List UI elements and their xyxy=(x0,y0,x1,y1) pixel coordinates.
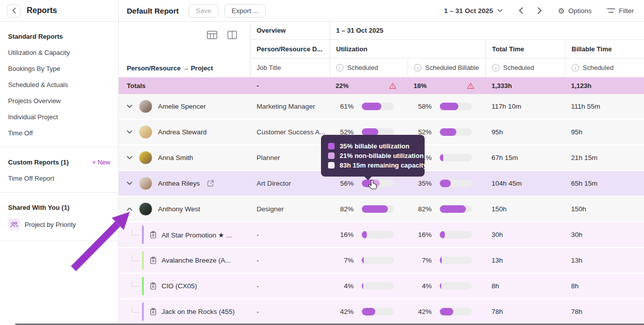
totals-scheduled-billable-value: 18% xyxy=(414,82,427,90)
clipboard-icon xyxy=(150,282,156,290)
project-color-bar xyxy=(142,277,144,295)
total-time-cell: 104h 45m xyxy=(486,171,565,196)
tooltip-non-billable-text: 21% non-billable utilization xyxy=(340,152,424,159)
chevron-down-icon[interactable] xyxy=(127,130,133,134)
export-button[interactable]: Export ... xyxy=(224,4,266,18)
scheduled-billable-percent: 35% xyxy=(414,180,432,187)
billable-swatch xyxy=(328,143,335,149)
chevron-down-icon[interactable] xyxy=(127,156,133,159)
table-row-expanded[interactable]: Anthony West Designer 82% 82% 150h 150h xyxy=(119,197,644,222)
sidebar-item-projects-overview[interactable]: Projects Overview xyxy=(8,97,110,105)
total-time-cell: 30h xyxy=(486,222,565,247)
group-header-total-time: Total Time xyxy=(486,40,565,58)
options-button[interactable]: ⚙ Options xyxy=(558,7,592,15)
next-period-button[interactable] xyxy=(536,6,543,15)
project-name: CIO (CX05) xyxy=(162,282,197,290)
sidebar-item-time-off-report[interactable]: Time Off Report xyxy=(8,175,110,182)
project-row[interactable]: CIO (CX05) - 4% 4% 8h 8h xyxy=(119,274,644,299)
new-report-button[interactable]: + New xyxy=(92,159,110,166)
utilization-bar[interactable] xyxy=(362,205,394,213)
totals-job-title: - xyxy=(251,77,330,94)
column-header-billable-scheduled[interactable]: Scheduled xyxy=(565,58,644,77)
tree-connector xyxy=(132,306,139,312)
totals-scheduled-billable-cell: 18% xyxy=(408,77,486,94)
person-name: Anthea Rileys xyxy=(158,180,200,187)
date-range-value: 1 – 31 Oct 2025 xyxy=(444,7,493,15)
project-row[interactable]: Avalanche Breeze (A... - 7% 7% 13h 13h xyxy=(119,248,644,274)
date-range-selector[interactable]: 1 – 31 Oct 2025 xyxy=(444,7,503,15)
sidebar-item-project-by-priority[interactable]: Project by Priority xyxy=(8,218,110,230)
sidebar-item-bookings-by-type[interactable]: Bookings By Type xyxy=(8,65,110,72)
utilization-bar[interactable] xyxy=(440,308,472,315)
utilization-bar[interactable] xyxy=(440,257,472,264)
chevron-down-icon[interactable] xyxy=(127,105,133,108)
project-row[interactable]: Jack on the Rocks (455) - 42% 42% 78h 78… xyxy=(119,299,644,325)
back-button[interactable] xyxy=(7,4,21,18)
warning-icon xyxy=(467,83,474,89)
utilization-bar[interactable] xyxy=(440,103,472,110)
filter-button[interactable]: Filter xyxy=(607,7,634,15)
report-app: Reports Standard Reports Utilization & C… xyxy=(0,0,644,325)
people-icon xyxy=(8,218,20,230)
filter-label: Filter xyxy=(619,7,634,15)
scheduled-billable-percent: 58% xyxy=(414,103,432,110)
totals-billable-time: 1,123h xyxy=(565,77,644,94)
report-toolbar: Default Report Save Export ... 1 – 31 Oc… xyxy=(119,0,644,22)
info-icon xyxy=(572,64,579,71)
utilization-bar[interactable] xyxy=(362,103,394,110)
totals-scheduled-value: 22% xyxy=(336,82,349,90)
project-row[interactable]: All Star Promotion ★ ... - 16% 16% 30h 3… xyxy=(119,222,644,248)
person-name: Anthony West xyxy=(158,205,200,213)
scheduled-cell: 4% xyxy=(330,274,408,298)
reports-sidebar: Reports Standard Reports Utilization & C… xyxy=(0,0,119,325)
overview-header: Overview xyxy=(251,22,330,39)
table-view-button[interactable] xyxy=(206,30,218,40)
column-header-scheduled[interactable]: Scheduled xyxy=(330,58,408,77)
utilization-bar[interactable] xyxy=(440,180,472,187)
utilization-bar[interactable] xyxy=(362,308,394,315)
table-row[interactable]: Amelie Spencer Marketing Manager 61% 58%… xyxy=(119,94,644,120)
utilization-bar[interactable] xyxy=(362,231,394,238)
open-in-new-icon[interactable] xyxy=(207,180,214,187)
job-title-cell: - xyxy=(251,299,330,324)
person-name: Amelie Spencer xyxy=(158,103,206,110)
project-name: Avalanche Breeze (A... xyxy=(162,257,231,264)
total-time-cell: 8h xyxy=(486,274,565,298)
billable-time-cell: 13h xyxy=(565,248,644,273)
column-header-total-scheduled[interactable]: Scheduled xyxy=(486,58,565,77)
utilization-bar[interactable] xyxy=(440,231,472,238)
utilization-bar[interactable] xyxy=(440,282,472,290)
project-color-bar xyxy=(142,251,144,270)
job-title-cell: Art Director xyxy=(251,171,330,196)
utilization-bar[interactable] xyxy=(440,205,472,213)
billable-time-cell: 111h 55m xyxy=(565,94,644,119)
utilization-bar-split[interactable] xyxy=(362,180,394,187)
utilization-bar[interactable] xyxy=(440,154,472,161)
total-time-cell: 150h xyxy=(486,197,565,221)
billable-time-cell: 21h 15m xyxy=(565,145,644,170)
tree-connector xyxy=(132,255,139,261)
previous-period-button[interactable] xyxy=(518,6,524,15)
sidebar-item-individual-project[interactable]: Individual Project xyxy=(8,113,110,121)
chevron-down-icon[interactable] xyxy=(127,182,133,185)
billable-time-cell: 30h xyxy=(565,222,644,247)
standard-reports-heading: Standard Reports xyxy=(8,33,110,40)
sidebar-item-utilization-capacity[interactable]: Utilization & Capacity xyxy=(8,49,110,56)
sidebar-item-time-off[interactable]: Time Off xyxy=(8,129,110,137)
info-icon xyxy=(414,64,422,71)
person-name: Andrea Steward xyxy=(158,128,207,136)
utilization-bar[interactable] xyxy=(362,282,394,290)
table-view-icon xyxy=(207,31,217,39)
columns-view-button[interactable] xyxy=(226,30,238,40)
utilization-bar[interactable] xyxy=(362,257,394,264)
scheduled-billable-cell: 7% xyxy=(408,248,486,273)
sidebar-item-scheduled-actuals[interactable]: Scheduled & Actuals xyxy=(8,81,110,89)
job-title-cell: Planner xyxy=(251,145,330,170)
utilization-bar[interactable] xyxy=(440,128,472,136)
chevron-up-icon[interactable] xyxy=(127,207,133,211)
save-button[interactable]: Save xyxy=(189,4,218,18)
sidebar-divider xyxy=(0,147,118,147)
scheduled-percent: 7% xyxy=(336,257,354,264)
billable-time-cell: 8h xyxy=(565,274,644,298)
column-header-scheduled-billable[interactable]: Scheduled Billable xyxy=(408,58,486,77)
